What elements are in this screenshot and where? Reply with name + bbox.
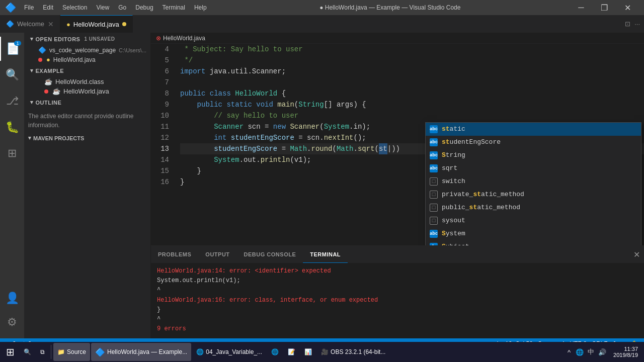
taskbar-obs[interactable]: 🎥 OBS 23.2.1 (64-bit...: [317, 343, 389, 361]
panel-tabs: PROBLEMS OUTPUT DEBUG CONSOLE TERMINAL ✕: [151, 246, 644, 263]
notification-badge: 1: [14, 41, 21, 46]
menu-file[interactable]: File: [20, 3, 38, 12]
ac-item-sysout[interactable]: □ sysout: [426, 214, 641, 227]
tab-problems[interactable]: PROBLEMS: [151, 246, 198, 263]
example-header[interactable]: ▾ EXAMPLE: [24, 64, 150, 77]
open-editor-helloworld[interactable]: ● HelloWorld.java: [24, 55, 150, 64]
more-actions-icon[interactable]: ···: [634, 20, 640, 28]
maven-chevron: ▾: [28, 135, 31, 141]
taskbar-right: ^ 🌐 中 🔊 11:37 2019/8/19: [566, 346, 642, 358]
menu-edit[interactable]: Edit: [39, 3, 57, 12]
start-icon: ⊞: [6, 346, 15, 358]
code-editor[interactable]: 4 5 6 7 8 9 10 11 12 13 14 15 16 * Sub: [151, 44, 644, 245]
open-editors-header[interactable]: ▾ OPEN EDITORS 1 UNSAVED: [24, 33, 150, 45]
activity-explorer[interactable]: 📄 1: [0, 37, 24, 61]
chrome-label: 04_Java_Variable_...: [206, 348, 262, 355]
taskbar-source[interactable]: 📁 Source: [53, 343, 90, 361]
ac-text-private-static: private_static_method: [442, 189, 524, 200]
ac-text-switch: switch: [442, 176, 465, 187]
taskbar-chrome[interactable]: 🌐 04_Java_Variable_...: [192, 343, 266, 361]
activity-settings[interactable]: ⚙: [0, 310, 24, 334]
file-helloworld-class[interactable]: ☕ HelloWorld.class: [24, 77, 150, 86]
menu-terminal[interactable]: Terminal: [158, 3, 189, 12]
taskbar-excel[interactable]: 📊: [300, 343, 316, 361]
ac-item-subject[interactable]: abc Subject: [426, 240, 641, 245]
close-button[interactable]: ✕: [616, 0, 639, 15]
helloworld-dot-icon: ●: [46, 56, 50, 63]
open-editor-welcome[interactable]: 🔷 vs_code_welcome_page C:\Users\...: [24, 45, 150, 55]
ac-item-studentengscore[interactable]: abc studentEngScore: [426, 136, 641, 149]
ac-item-switch[interactable]: □ switch: [426, 175, 641, 188]
outline-chevron: ▾: [30, 99, 34, 106]
unsaved-badge: 1 UNSAVED: [84, 36, 115, 42]
ac-icon-box3: □: [430, 204, 438, 212]
menu-view[interactable]: View: [92, 3, 113, 12]
excel-icon: 📊: [304, 348, 312, 355]
code-line-4: * Subject: Say hello to user: [180, 44, 644, 55]
tab-output[interactable]: OUTPUT: [198, 246, 236, 263]
taskbar-clock[interactable]: 11:37 2019/8/19: [609, 346, 642, 358]
terminal-caret-1: ^: [157, 286, 638, 295]
ac-text-string: String: [442, 150, 465, 161]
tab-welcome-close[interactable]: ✕: [48, 20, 54, 28]
caret-icon[interactable]: ^: [566, 348, 573, 356]
tab-empty-space: [133, 15, 621, 33]
terminal-info-1: System.out.println(v1);: [157, 276, 638, 286]
taskbar-notepad[interactable]: 📝: [284, 343, 299, 361]
maven-header[interactable]: ▾ MAVEN PROJECTS: [24, 133, 150, 143]
activity-extensions[interactable]: ⊞: [0, 141, 24, 165]
menu-bar: File Edit Selection View Go Debug Termin…: [20, 3, 211, 12]
obs-label: OBS 23.2.1 (64-bit...: [331, 348, 385, 355]
ac-icon-box2: □: [430, 191, 438, 199]
taskbar-search[interactable]: 🔍: [20, 343, 35, 361]
activity-source-control[interactable]: ⎇: [0, 89, 24, 113]
terminal-info-2: }: [157, 305, 638, 315]
taskbar-ie[interactable]: 🌐: [267, 343, 283, 361]
panel-area: PROBLEMS OUTPUT DEBUG CONSOLE TERMINAL ✕…: [151, 245, 644, 338]
taskbar-start[interactable]: ⊞: [2, 343, 19, 361]
ac-item-system[interactable]: abc System: [426, 227, 641, 240]
maven-label: MAVEN PROJECTS: [33, 135, 84, 141]
menu-selection[interactable]: Selection: [58, 3, 91, 12]
breadcrumb: ⊗ HelloWorld.java: [151, 33, 644, 44]
terminal-content[interactable]: HelloWorld.java:14: error: <identifier> …: [151, 263, 644, 338]
vscode-label: HelloWorld.java — Example...: [107, 348, 187, 355]
file-helloworld-java[interactable]: ☕ HelloWorld.java: [24, 86, 150, 96]
tab-terminal[interactable]: TERMINAL: [303, 246, 348, 263]
activity-search[interactable]: 🔍: [0, 63, 24, 87]
ac-text-student: studentEngScore: [442, 137, 501, 148]
activity-accounts[interactable]: 👤: [0, 286, 24, 310]
sidebar: ▾ OPEN EDITORS 1 UNSAVED 🔷 vs_code_welco…: [24, 33, 151, 338]
app-icon: 🔷: [5, 2, 16, 13]
maximize-button[interactable]: ❐: [593, 0, 616, 15]
minimize-button[interactable]: ─: [570, 0, 593, 15]
menu-debug[interactable]: Debug: [131, 3, 157, 12]
breadcrumb-filename[interactable]: HelloWorld.java: [163, 35, 205, 42]
ac-item-sqrt[interactable]: abc sqrt: [426, 162, 641, 175]
menu-help[interactable]: Help: [190, 3, 211, 12]
tab-welcome-icon: 🔷: [6, 20, 14, 28]
ac-item-public-static[interactable]: □ public_static_method: [426, 201, 641, 214]
tab-debug-console[interactable]: DEBUG CONSOLE: [237, 246, 303, 263]
class-label: HelloWorld.class: [55, 78, 104, 85]
tab-welcome[interactable]: 🔷 Welcome ✕: [0, 15, 60, 33]
split-editor-icon[interactable]: ⊡: [625, 20, 630, 28]
terminal-spacer: [157, 334, 638, 338]
activity-debug[interactable]: 🐛: [0, 115, 24, 139]
ac-text-system: System: [442, 228, 465, 239]
java-label: HelloWorld.java: [63, 87, 109, 95]
code-line-9: public static void main(String[] args) {: [180, 99, 644, 110]
editor-actions: ⊡ ···: [621, 15, 644, 33]
menu-go[interactable]: Go: [114, 3, 130, 12]
ac-item-string[interactable]: abc String: [426, 149, 641, 162]
ac-item-private-static[interactable]: □ private_static_method: [426, 188, 641, 201]
outline-header[interactable]: ▾ OUTLINE: [24, 96, 150, 109]
ac-item-static[interactable]: abc static: [426, 123, 641, 136]
taskbar-vscode[interactable]: 🔷 HelloWorld.java — Example...: [91, 343, 191, 361]
tab-helloworld[interactable]: ● HelloWorld.java: [60, 15, 133, 33]
code-line-10: // say hello to user: [180, 110, 644, 121]
java-icon: ☕: [52, 87, 60, 95]
panel-close-button[interactable]: ✕: [629, 246, 644, 263]
ac-text-sqrt: sqrt: [442, 163, 457, 174]
taskbar-taskview[interactable]: ⧉: [36, 343, 49, 361]
